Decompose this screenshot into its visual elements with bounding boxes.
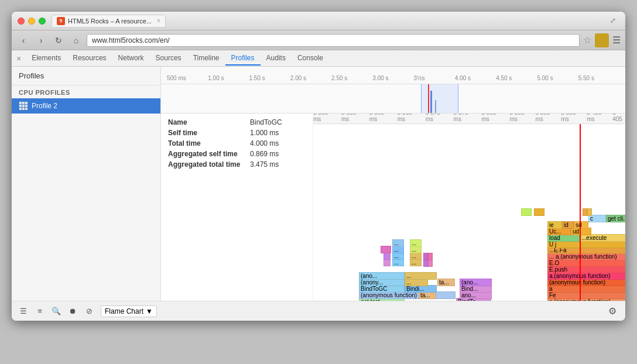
home-button[interactable]: ⌂ [69, 33, 83, 47]
settings-icon: ⚙ [608, 305, 617, 317]
minimize-button[interactable] [28, 18, 35, 25]
toggle-drawer-icon[interactable]: ☰ [18, 305, 29, 317]
search-icon[interactable]: 🔍 [50, 305, 62, 317]
devtools-close-button[interactable]: × [16, 54, 21, 63]
self-time-label: Self time [168, 129, 250, 137]
flame-block[interactable]: ie [547, 221, 562, 229]
ruler-tick-5: 2.50 s [331, 75, 372, 81]
tab-timeline[interactable]: Timeline [187, 51, 225, 66]
flame-block[interactable] [428, 253, 433, 260]
cpu-profiles-label: CPU PROFILES [12, 85, 160, 98]
ruler-tick-7: 3½s [414, 75, 455, 81]
tab-favicon: 5 [57, 17, 65, 25]
tab-sources[interactable]: Sources [150, 51, 187, 66]
playhead [428, 84, 429, 113]
detail-ruler-tick-10: 3 395 ms [561, 114, 582, 122]
ruler-tick-1: 500 ms [167, 75, 208, 81]
flame-block[interactable]: id [562, 221, 574, 229]
flame-block[interactable]: sd [574, 221, 588, 229]
timeline-ruler: 500 ms 1.00 s 1.50 s 2.00 s 2.50 s 3.00 … [161, 67, 625, 84]
profile-item[interactable]: Profile 2 [12, 98, 160, 114]
flame-block[interactable]: (ano... [359, 272, 405, 280]
status-bar: ☰ ≡ 🔍 ⏺ ⊘ Flame Chart ▼ ⚙ [12, 301, 625, 321]
reload-button[interactable]: ↻ [52, 33, 66, 47]
detail-ruler-tick-6: 3 375 ms [454, 114, 475, 122]
detail-ruler: 3 350 ms 3 355 ms 3 360 ms 3 365 ms 3 37… [313, 114, 625, 124]
detail-ruler-tick-9: 3 390 ms [535, 114, 556, 122]
agg-self-label: Aggregated self time [168, 150, 250, 158]
flame-block[interactable]: (ano... [460, 279, 492, 286]
agg-total-label: Aggregated total time [168, 160, 250, 169]
tab-profiles[interactable]: Profiles [225, 51, 261, 66]
detail-ruler-tick-1: 3 350 ms [313, 114, 334, 122]
tab-close-button[interactable]: × [157, 18, 160, 24]
detail-ruler-tick-4: 3 365 ms [398, 114, 419, 122]
flame-block[interactable]: ... [392, 239, 404, 247]
back-button[interactable]: ‹ [16, 33, 30, 47]
timeline-overview[interactable] [161, 84, 625, 114]
fullscreen-icon[interactable]: ⤢ [610, 16, 619, 26]
settings-button[interactable]: ⚙ [605, 304, 619, 318]
browser-tab[interactable]: 5 HTML5 Rocks – A resource... × [52, 15, 166, 28]
maximize-button[interactable] [39, 18, 46, 25]
selection-region [421, 84, 458, 113]
record-icon[interactable]: ⏺ [67, 305, 78, 317]
address-input[interactable]: www.html5rocks.com/en/ [87, 34, 580, 47]
ruler-tick-10: 5.00 s [537, 75, 578, 81]
clear-icon[interactable]: ⊘ [83, 305, 95, 317]
info-row-self-time: Self time 1.000 ms [168, 129, 306, 137]
flame-block[interactable] [587, 208, 592, 216]
sidebar: Profiles CPU PROFILES Profile 2 [12, 67, 161, 301]
flame-block[interactable] [534, 208, 544, 216]
bookmark-icon[interactable]: ☆ [583, 35, 591, 46]
flame-block[interactable] [381, 246, 391, 253]
address-bar-row: ‹ › ↻ ⌂ www.html5rocks.com/en/ ☆ ☰ [12, 30, 625, 50]
tab-elements[interactable]: Elements [26, 51, 67, 66]
tab-title: HTML5 Rocks – A resource... [68, 18, 152, 25]
detail-ruler-tick-3: 3 360 ms [369, 114, 391, 122]
detail-ruler-tick-2: 3 355 ms [341, 114, 362, 122]
devtools-body: Profiles CPU PROFILES Profile 2 500 ms 1… [12, 67, 625, 301]
flame-chart-selector[interactable]: Flame Chart ▼ [101, 305, 157, 317]
tab-resources[interactable]: Resources [67, 51, 112, 66]
dropdown-arrow-icon: ▼ [146, 307, 153, 315]
total-time-value: 4.000 ms [250, 139, 279, 147]
detail-ruler-tick-7: 3 380 ms [482, 114, 503, 122]
format-icon[interactable]: ≡ [34, 305, 46, 317]
info-row-name: Name BindToGC [168, 118, 306, 126]
detail-ruler-tick-8: 3 385 ms [509, 114, 530, 122]
extension-button[interactable] [595, 33, 609, 47]
name-label: Name [168, 118, 250, 126]
flame-chart-area[interactable]: 3 350 ms 3 355 ms 3 360 ms 3 365 ms 3 37… [313, 114, 625, 301]
name-value: BindToGC [250, 118, 282, 126]
flame-block[interactable]: ... [410, 239, 422, 247]
ruler-tick-6: 3.00 s [372, 75, 413, 81]
ruler-tick-11: 5.50 s [578, 75, 619, 81]
tab-network[interactable]: Network [112, 51, 150, 66]
profile-name: Profile 2 [32, 102, 57, 110]
detail-ruler-tick-11: 3 400 ms [587, 114, 608, 122]
flame-block[interactable]: ... [405, 272, 437, 280]
self-time-value: 1.000 ms [250, 129, 279, 137]
flame-block[interactable] [583, 208, 587, 216]
close-button[interactable] [18, 18, 25, 25]
tab-bar: 5 HTML5 Rocks – A resource... × [52, 15, 610, 28]
main-content: 500 ms 1.00 s 1.50 s 2.00 s 2.50 s 3.00 … [161, 67, 625, 301]
flame-block[interactable] [521, 208, 532, 216]
flame-block[interactable] [423, 253, 428, 260]
flame-block[interactable]: ta... [437, 279, 455, 286]
tab-console[interactable]: Console [292, 51, 329, 66]
menu-icon[interactable]: ☰ [612, 35, 621, 46]
flame-blocks-container: (prog......js...js(anonymo...(program)ht… [313, 124, 625, 301]
flame-chart-label: Flame Chart [105, 307, 143, 315]
detail-ruler-tick-5: 3 370 ms [426, 114, 447, 122]
info-row-total-time: Total time 4.000 ms [168, 139, 306, 147]
forward-button[interactable]: › [34, 33, 48, 47]
flame-block[interactable]: get cli... [606, 215, 625, 222]
sidebar-header: Profiles [12, 67, 160, 85]
ruler-tick-4: 2.00 s [290, 75, 331, 81]
title-bar: 5 HTML5 Rocks – A resource... × ⤢ [12, 12, 625, 30]
tab-audits[interactable]: Audits [261, 51, 292, 66]
ruler-tick-9: 4.50 s [496, 75, 537, 81]
address-text: www.html5rocks.com/en/ [92, 36, 170, 44]
